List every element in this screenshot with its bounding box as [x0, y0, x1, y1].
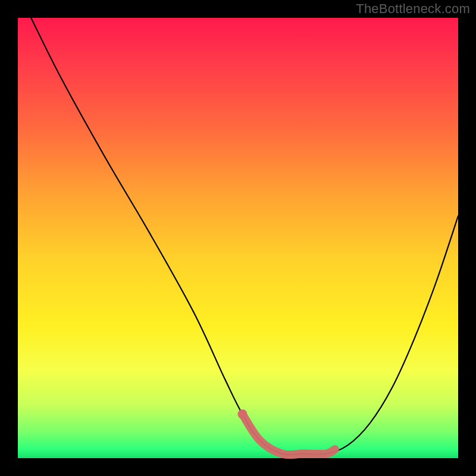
highlight-path — [242, 414, 334, 455]
highlight-dot — [237, 409, 247, 419]
watermark-text: TheBottleneck.com — [356, 1, 470, 17]
bottleneck-curve — [18, 18, 458, 458]
curve-path — [31, 18, 458, 455]
plot-area — [18, 18, 458, 458]
chart-frame: TheBottleneck.com — [0, 0, 476, 476]
